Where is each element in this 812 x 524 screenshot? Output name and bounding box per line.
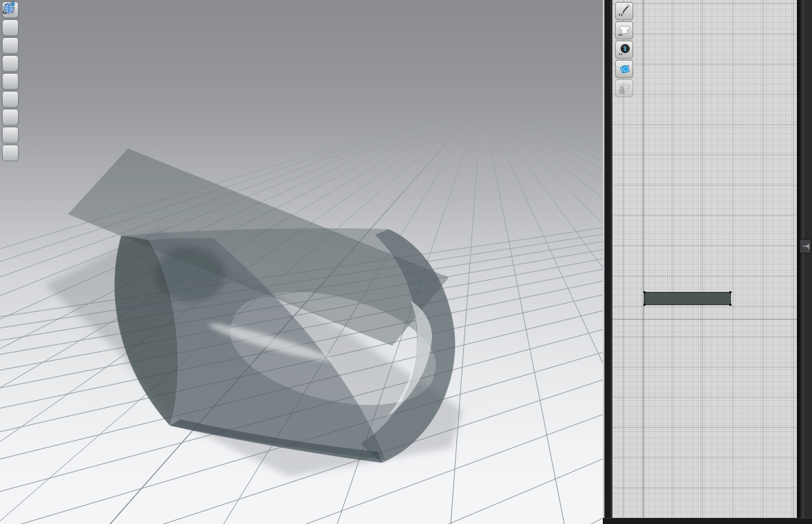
3d-scene[interactable] (0, 0, 603, 524)
toolbar2d-lock-garment-button[interactable] (615, 79, 633, 97)
needle-eye-icon (617, 4, 632, 19)
pattern-corner-point[interactable] (729, 304, 731, 306)
toolbar3d-avatar-head-button[interactable] (2, 127, 19, 143)
globe-icon (2, 1, 16, 15)
3d-left-toolbar (2, 1, 19, 161)
toolbar3d-book-dark-button[interactable] (2, 109, 19, 125)
garment-design-app-window: { "scene_3d": { "aria_label": "Transluce… (0, 0, 812, 524)
pattern-grid-vline (643, 0, 644, 518)
toolbar2d-patterns-button[interactable] (615, 60, 633, 78)
collapsed-side-panel (800, 0, 812, 524)
tshirt-eye-icon (617, 23, 632, 38)
svg-text:i: i (623, 45, 626, 52)
pattern-piece-rectangle[interactable] (644, 292, 731, 305)
info-eye-icon: i (617, 43, 632, 57)
toolbar3d-globe-button[interactable] (2, 145, 19, 161)
pattern-grid-hline (612, 319, 797, 319)
toolbar3d-show-pen-button[interactable] (2, 55, 19, 72)
window-splitter[interactable] (603, 0, 612, 524)
toolbar2d-show-garment-button[interactable] (615, 21, 633, 39)
toolbar3d-book-light-button[interactable] (2, 91, 19, 107)
toolbar2d-needle-button[interactable] (615, 2, 633, 20)
toolbar3d-show-garment-button[interactable] (2, 37, 19, 54)
expand-panel-button[interactable]: → (800, 239, 811, 253)
pattern-corner-point[interactable] (643, 304, 645, 306)
toolbar2d-info-button[interactable]: i (615, 41, 633, 59)
toolbar3d-tshirt-outline-button[interactable] (2, 19, 19, 36)
3d-garment-viewport[interactable] (0, 0, 603, 524)
bottom-border (603, 518, 812, 524)
pattern-corner-point[interactable] (643, 291, 645, 293)
pattern-corner-point[interactable] (729, 291, 731, 293)
blue-papers-icon (617, 62, 632, 76)
2d-pattern-panel[interactable]: i (612, 0, 797, 518)
fabric-wrinkle-patch (154, 247, 226, 302)
tshirt-lock-icon (617, 81, 632, 96)
2d-left-toolbar: i (615, 2, 633, 97)
pattern-grid-vline (701, 0, 701, 518)
toolbar3d-show-avatar-button[interactable] (2, 73, 19, 90)
